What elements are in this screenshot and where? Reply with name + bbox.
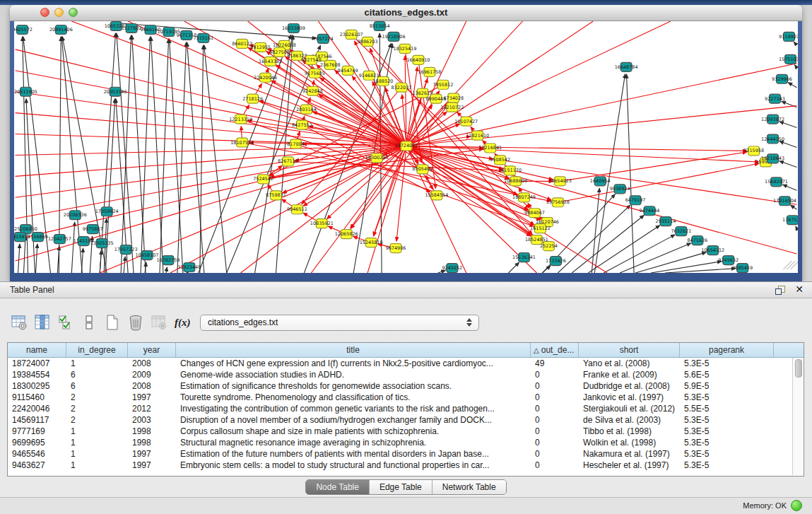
table-cell: Jankovic et al. (1997) [579, 392, 680, 403]
column-header-pagerank[interactable]: pagerank [680, 343, 774, 357]
table-row[interactable]: 946362711997Embryonic stem cells: a mode… [8, 460, 804, 471]
table-row[interactable]: 1830029562008Estimation of significance … [8, 380, 804, 392]
column-header-in_degree[interactable]: in_degree [66, 343, 128, 357]
table-cell: Tourette syndrome. Phenomenology and cla… [176, 392, 531, 403]
network-edge [18, 244, 20, 273]
table-row[interactable]: 1872400712008Changes of HCN gene express… [8, 358, 804, 369]
table-row[interactable]: 1456911722003Disruption of a novel membe… [8, 414, 804, 426]
table-cell: 9465546 [8, 448, 66, 460]
network-edge [319, 95, 406, 146]
table-cell: Franke et al. (2009) [579, 369, 680, 380]
network-node-label: 9474444 [640, 208, 660, 214]
network-edge [71, 222, 74, 273]
table-selector-dropdown[interactable]: citations_edges.txt [200, 315, 479, 331]
tab-edge-table[interactable]: Edge Table [369, 480, 432, 494]
network-node-label: 7857224 [313, 36, 334, 42]
table-row[interactable]: 977716911998Corpus callosum shape and si… [8, 426, 804, 437]
network-node-label: 12065826 [335, 231, 358, 237]
network-node-label: 23026107 [340, 32, 363, 37]
network-edge [121, 35, 131, 273]
show-columns-button[interactable] [33, 313, 52, 332]
column-header-short[interactable]: short [579, 343, 680, 357]
table-cell: 5.3E-5 [680, 448, 774, 460]
tab-node-table[interactable]: Node Table [306, 480, 369, 494]
network-edge [160, 39, 169, 273]
table-settings-button[interactable] [10, 313, 28, 332]
table-cell: 0 [531, 403, 579, 414]
network-node-label: 6479197 [625, 197, 646, 203]
function-builder-button[interactable]: f(x) [173, 313, 192, 332]
table-cell: 1997 [128, 392, 176, 403]
network-node-label: 7524542 [253, 176, 273, 182]
network-edge [276, 35, 293, 273]
table-row[interactable]: 969969511998Structural magnetic resonanc… [8, 437, 804, 448]
tab-network-table[interactable]: Network Table [432, 480, 506, 494]
network-node-label: 20891406 [49, 27, 73, 33]
network-node-label: 18226058 [273, 42, 296, 48]
network-edge [204, 45, 227, 273]
table-row[interactable]: 2242004622012Investigating the contribut… [8, 403, 804, 414]
table-cell: 1 [66, 426, 128, 437]
canvas-resize-grip[interactable] [787, 261, 795, 269]
network-node-label: 19654923 [548, 178, 572, 184]
network-edge [406, 146, 796, 255]
network-node-label: 18724007 [395, 143, 418, 148]
delete-table-button[interactable] [126, 313, 145, 332]
network-edge [170, 39, 183, 273]
select-all-button[interactable] [57, 313, 75, 332]
network-node-label: 7515161 [193, 35, 213, 41]
trash-icon [127, 314, 144, 331]
network-window-titlebar[interactable]: citations_edges.txt [10, 5, 802, 21]
network-node-label: 8454749 [338, 68, 358, 74]
status-bar: Memory: OK [0, 497, 812, 514]
network-edge [791, 205, 797, 209]
network-graph[interactable]: 1872400718300295866012389129551822605898… [14, 21, 798, 273]
table-cell: 2003 [128, 414, 176, 426]
table-panel-header: Table Panel ✕ [0, 281, 812, 298]
column-header-title[interactable]: title [176, 343, 531, 357]
row-height-button[interactable] [80, 313, 98, 332]
memory-label: Memory: OK [743, 501, 787, 510]
table-scrollbar-thumb[interactable] [795, 359, 802, 378]
network-node-label: 1733426 [546, 258, 566, 264]
delete-column-button[interactable] [150, 313, 168, 332]
close-icon[interactable]: ✕ [795, 284, 804, 295]
column-header-name[interactable]: name [8, 343, 66, 357]
table-cell: Genome-wide association studies in ADHD. [176, 369, 531, 380]
table-cell: 0 [531, 437, 579, 448]
table-row[interactable]: 1938455462009Genome-wide association stu… [8, 369, 804, 380]
network-edge [592, 188, 599, 273]
network-node-label: 16640910 [406, 57, 430, 63]
network-node-label: 9175685 [305, 71, 325, 76]
network-node-label: 9146821 [359, 73, 379, 78]
network-node-label: 15584554 [425, 192, 448, 198]
network-node-label: 18107554 [230, 140, 254, 146]
memory-indicator[interactable]: Memory: OK [743, 500, 802, 511]
table-cell: 0 [531, 460, 579, 471]
float-window-icon[interactable] [775, 286, 784, 294]
network-node-label: 25206050 [14, 226, 37, 232]
table-cell: Tibbo et al. (1998) [579, 426, 680, 437]
network-node-label: 16782759 [156, 257, 180, 263]
new-table-button[interactable] [103, 313, 122, 332]
table-cell: 5.3E-5 [680, 426, 774, 437]
network-node-label: 8759831 [266, 192, 286, 198]
table-cell: 0 [531, 392, 579, 403]
table-cell: Dudbridge et al. (2008) [579, 380, 680, 392]
table-cell: 5.3E-5 [680, 392, 774, 403]
column-header-out_de[interactable]: △out_de... [531, 343, 579, 357]
table-cell: de Silva et al. (2003) [579, 414, 680, 426]
network-node-label: 15751074 [779, 57, 798, 62]
table-cell: 18724007 [8, 358, 66, 369]
table-scrollbar[interactable] [792, 358, 803, 475]
canvas-resize-grip[interactable] [784, 261, 792, 269]
column-header-year[interactable]: year [128, 343, 176, 357]
table-row[interactable]: 946554611997Estimation of the future num… [8, 448, 804, 460]
table-cell: 14569117 [8, 414, 66, 426]
network-edge [35, 244, 37, 273]
network-edge [16, 134, 406, 146]
table-row[interactable]: 911546021997Tourette syndrome. Phenomeno… [8, 392, 804, 403]
network-node-label: 9227343 [765, 96, 785, 102]
network-canvas[interactable]: 1872400718300295866012389129551822605898… [14, 21, 798, 273]
network-edge [16, 146, 406, 240]
